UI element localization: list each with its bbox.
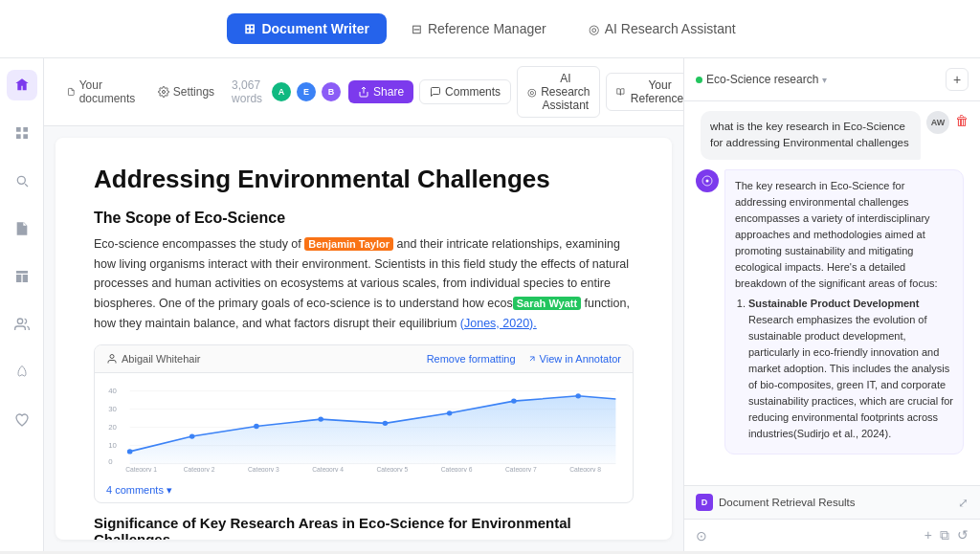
eco-label: Eco-Science research ▾ (696, 73, 827, 86)
svg-text:Category 2: Category 2 (184, 466, 215, 472)
ref-icon: ⊟ (412, 22, 422, 36)
retrieval-label: D Document Retrieval Results (696, 494, 856, 511)
svg-point-16 (318, 417, 323, 422)
avatar-e: E (295, 80, 318, 103)
settings-btn[interactable]: Settings (150, 81, 222, 102)
svg-point-29 (706, 179, 709, 182)
doc-writer-button[interactable]: ⊞ Document Writer (227, 13, 387, 44)
eco-chevron: ▾ (822, 75, 827, 85)
user-bubble: what is the key research in Eco-Science … (701, 111, 921, 160)
svg-point-20 (575, 393, 581, 398)
document-title: Addressing Environmental Challenges (94, 165, 634, 194)
right-panel: Eco-Science research ▾ + what is the key… (683, 58, 980, 551)
add-action-icon[interactable]: + (924, 527, 932, 543)
ai-icon: ◎ (589, 22, 599, 36)
sidebar-icon-users[interactable] (7, 309, 37, 340)
svg-point-0 (162, 91, 165, 94)
svg-text:Category 6: Category 6 (441, 466, 473, 472)
svg-point-13 (127, 449, 133, 454)
chart-box: Abigail Whitehair Remove formatting View… (94, 344, 634, 503)
highlight-benjamin: Benjamin Taylor (304, 237, 393, 251)
ai-assistant-toolbar-button[interactable]: ◎ AI Research Assistant (517, 66, 600, 118)
doc-icon: ⊞ (244, 21, 256, 36)
chart-actions: Remove formatting View in Annotator (427, 353, 621, 365)
section1-paragraph: Eco-science encompasses the study of Ben… (94, 234, 634, 333)
svg-text:0: 0 (108, 457, 112, 466)
sidebar-icon-document[interactable] (7, 213, 37, 244)
svg-point-2 (110, 355, 114, 359)
share-button[interactable]: Share (348, 80, 413, 103)
svg-text:Category 8: Category 8 (569, 466, 601, 472)
user-avatar: AW (926, 111, 949, 134)
chart-comments[interactable]: 4 comments ▾ (95, 478, 633, 502)
add-chat-button[interactable]: + (946, 68, 969, 91)
svg-text:40: 40 (108, 387, 117, 395)
svg-point-14 (189, 434, 195, 439)
chat-input-bar: ⊙ + ⧉ ↺ (684, 519, 980, 551)
ai-toolbar-icon: ◎ (527, 86, 537, 99)
svg-text:Category 3: Category 3 (248, 466, 279, 472)
eco-dot (696, 77, 702, 83)
avatar-b: B (320, 80, 343, 103)
svg-point-18 (447, 410, 453, 415)
svg-point-17 (383, 421, 389, 426)
highlight-sarah: Sarah Wyatt (513, 297, 581, 310)
copy-action-icon[interactable]: ⧉ (940, 527, 949, 543)
comments-button[interactable]: Comments (419, 79, 511, 104)
chat-input-icons: ⊙ (696, 528, 707, 543)
view-annotator-btn[interactable]: View in Annotator (527, 353, 621, 365)
chat-area: what is the key research in Eco-Science … (684, 101, 980, 485)
sidebar-icon-heart[interactable] (7, 405, 37, 435)
right-panel-header: Eco-Science research ▾ + (684, 58, 980, 101)
user-message: what is the key research in Eco-Science … (696, 111, 969, 160)
svg-text:Category 4: Category 4 (312, 466, 344, 472)
word-count: 3,067 words (226, 78, 262, 105)
top-nav: ⊞ Document Writer ⊟ Reference Manager ◎ … (0, 0, 980, 58)
ai-avatar (696, 169, 719, 192)
chart-header: Abigail Whitehair Remove formatting View… (95, 345, 633, 373)
svg-point-15 (254, 424, 259, 429)
svg-point-19 (511, 399, 517, 404)
chart-inner: 40 30 20 10 0 (95, 373, 633, 478)
section1-heading: The Scope of Eco-Science (94, 210, 634, 227)
avatar-a: A (270, 80, 293, 103)
delete-message-icon[interactable]: 🗑 (955, 113, 969, 128)
section2-heading: Significance of Key Research Areas in Ec… (94, 515, 634, 540)
citation-link[interactable]: (Jones, 2020). (460, 317, 537, 330)
remove-formatting-btn[interactable]: Remove formatting (427, 353, 516, 365)
circle-icon[interactable]: ⊙ (696, 528, 707, 543)
left-sidebar (0, 58, 44, 551)
document-toolbar: Your documents Settings 3,067 words A E … (44, 58, 683, 126)
sidebar-icon-home[interactable] (7, 70, 37, 100)
chat-input-actions: + ⧉ ↺ (924, 527, 969, 543)
ai-bubble: The key research in Eco-Science for addr… (724, 169, 964, 455)
document-content: Addressing Environmental Challenges The … (56, 138, 672, 540)
avatar-group: A E B (270, 80, 343, 103)
sidebar-icon-rocket[interactable] (7, 357, 37, 388)
your-references-button[interactable]: Your References (606, 73, 683, 111)
your-documents-btn[interactable]: Your documents (59, 75, 146, 109)
ref-manager-button[interactable]: ⊟ Reference Manager (394, 13, 564, 44)
document-area: Your documents Settings 3,067 words A E … (44, 58, 683, 551)
svg-text:Category 1: Category 1 (125, 466, 157, 472)
retrieval-icon: D (696, 494, 713, 511)
sidebar-icon-table[interactable] (7, 261, 37, 292)
sidebar-icon-grid[interactable] (7, 118, 37, 148)
sidebar-icon-search[interactable] (7, 166, 37, 196)
ai-message: The key research in Eco-Science for addr… (696, 169, 969, 455)
svg-text:10: 10 (108, 441, 117, 450)
svg-text:Category 5: Category 5 (376, 466, 408, 472)
refresh-action-icon[interactable]: ↺ (957, 527, 969, 543)
svg-text:Category 7: Category 7 (505, 466, 537, 472)
ai-assistant-button[interactable]: ◎ AI Research Assistant (571, 13, 753, 44)
expand-retrieval-icon[interactable]: ⤢ (958, 496, 969, 510)
retrieval-bar: D Document Retrieval Results ⤢ (684, 485, 980, 519)
svg-text:20: 20 (108, 423, 117, 432)
chart-author: Abigail Whitehair (106, 353, 201, 365)
svg-text:30: 30 (108, 405, 117, 413)
